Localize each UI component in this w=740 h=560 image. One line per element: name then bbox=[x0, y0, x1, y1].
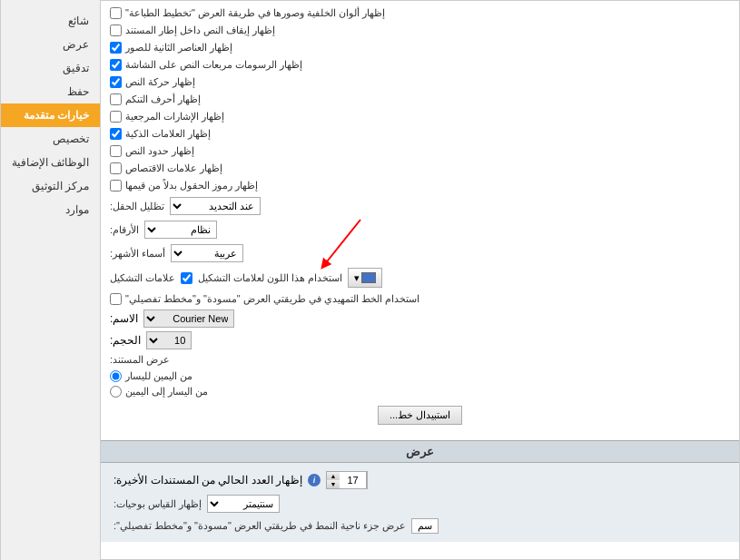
months-select[interactable]: عربية إنجليزية bbox=[171, 244, 243, 262]
display-header-text: عرض bbox=[406, 445, 434, 458]
checkbox-smart-tags-label: إظهار العلامات الذكية bbox=[125, 128, 211, 140]
show-area-label: عرض جزء ناحية النمط في طريقتي العرض "مسو… bbox=[113, 520, 406, 532]
sidebar-item-tadqeeq[interactable]: تدقيق bbox=[1, 56, 100, 80]
checkbox-row-field-codes: إظهار رموز الحقول بدلاً من قيمها bbox=[106, 177, 734, 194]
sidebar-item-shaee[interactable]: شائع bbox=[1, 9, 100, 33]
ltr-radio[interactable] bbox=[110, 386, 122, 398]
sidebar-item-tadqeeq-label: تدقيق bbox=[63, 62, 89, 74]
sidebar-item-khayarat[interactable]: خيارات متقدمة bbox=[1, 103, 100, 127]
measurement-select[interactable]: سنتيمتر بوصة ملم bbox=[207, 495, 280, 513]
months-row: عربية إنجليزية أسماء الأشهر: bbox=[106, 241, 734, 265]
draft-font-checkbox[interactable] bbox=[110, 293, 122, 305]
formatting-marks-checkbox[interactable] bbox=[181, 272, 192, 284]
checkbox-text-boundaries[interactable] bbox=[110, 145, 122, 157]
switch-font-row: استبيدال خط... bbox=[106, 403, 734, 427]
checkbox-row-reference-labels: إظهار الإشارات المرجعية bbox=[106, 108, 734, 125]
checkbox-reference-labels[interactable] bbox=[110, 111, 122, 123]
checkbox-row-bg-colors: إظهار ألوان الخلفية وصورها في طريقة العر… bbox=[106, 5, 734, 22]
spinner-up-button[interactable]: ▲ bbox=[327, 472, 340, 480]
checkbox-text-boundaries-label: إظهار حدود النص bbox=[125, 145, 194, 157]
draft-font-label: استخدام الخط التمهيدي في طريقتي العرض "م… bbox=[125, 293, 419, 305]
formatting-marks-label: استخدام هذا اللون لعلامات التشكيل bbox=[198, 272, 342, 284]
checkbox-bg-colors-label: إظهار ألوان الخلفية وصورها في طريقة العر… bbox=[125, 7, 385, 19]
checkbox-bg-colors[interactable] bbox=[110, 7, 122, 19]
dropdown-icon: ▾ bbox=[354, 272, 360, 284]
sidebar-item-mawarid[interactable]: موارد bbox=[1, 198, 100, 221]
measurement-row: سنتيمتر بوصة ملم إظهار القياس بوحيات: bbox=[110, 492, 730, 516]
recent-docs-label: إظهار العدد الحالي من المستندات الأخيرة: bbox=[113, 474, 302, 486]
checkbox-row-text-limits: إظهار إيقاف النص داخل إطار المستند bbox=[106, 22, 734, 39]
checkbox-row-cut-marks: إظهار علامات الاقتصاص bbox=[106, 160, 734, 177]
sidebar-item-khayarat-label: خيارات متقدمة bbox=[24, 109, 89, 122]
numbers-select[interactable]: نظام عربي هندي bbox=[144, 221, 217, 239]
recent-docs-row: ▲ ▼ i إظهار العدد الحالي من المستندات ال… bbox=[110, 468, 730, 492]
measurement-label: إظهار القياس بوحيات: bbox=[113, 498, 202, 510]
checkbox-row-text-boundaries: إظهار حدود النص bbox=[106, 142, 734, 160]
sidebar-item-takhsees[interactable]: تخصيص bbox=[1, 127, 100, 151]
numbers-row: نظام عربي هندي الأرقام: bbox=[106, 218, 734, 241]
font-size-label: الحجم: bbox=[110, 334, 141, 347]
checkbox-row-secondary-elements: إظهار العناصر الثانية للصور bbox=[106, 39, 734, 56]
spinner-down-button[interactable]: ▼ bbox=[327, 480, 340, 488]
checkbox-row-drawings: إظهار الرسومات مربعات النص على الشاشة bbox=[106, 56, 734, 74]
sidebar-item-wazaif[interactable]: الوظائف الإضافية bbox=[1, 151, 100, 174]
field-shading-select[interactable]: عند التحديد دائماً أبداً bbox=[170, 197, 261, 215]
document-view-label-row: عرض المستند: bbox=[106, 351, 734, 368]
sidebar-item-shaee-label: شائع bbox=[68, 15, 89, 27]
checkbox-row-crop-marks: إظهار أحرف التنكم bbox=[106, 91, 734, 108]
font-name-select[interactable]: Courier New Arial Times New Roman bbox=[143, 309, 234, 328]
font-size-row: 8 9 10 11 12 الحجم: bbox=[106, 329, 734, 351]
checkbox-field-codes[interactable] bbox=[110, 180, 122, 192]
rtl-label: من اليمين لليسار bbox=[125, 370, 192, 382]
advanced-section: إظهار ألوان الخلفية وصورها في طريقة العر… bbox=[101, 1, 739, 435]
numbers-label: الأرقام: bbox=[110, 224, 139, 236]
field-shading-label: تظليل الحقل: bbox=[110, 201, 164, 212]
rtl-radio-row: من اليمين لليسار bbox=[106, 368, 734, 384]
checkbox-row-text-movement: إظهار حركة النص bbox=[106, 74, 734, 91]
spinner-buttons: ▲ ▼ bbox=[327, 472, 340, 488]
recent-docs-input[interactable] bbox=[340, 472, 367, 488]
checkbox-field-codes-label: إظهار رموز الحقول بدلاً من قيمها bbox=[125, 180, 258, 192]
show-area-unit: سم bbox=[411, 518, 439, 534]
checkbox-crop-marks-label: إظهار أحرف التنكم bbox=[125, 93, 201, 105]
rtl-radio[interactable] bbox=[110, 370, 122, 382]
sidebar-item-markaz[interactable]: مركز التوثيق bbox=[1, 174, 100, 198]
sidebar-item-takhsees-label: تخصيص bbox=[53, 133, 89, 145]
checkbox-drawings[interactable] bbox=[110, 59, 122, 71]
show-area-row: سم عرض جزء ناحية النمط في طريقتي العرض "… bbox=[110, 516, 730, 536]
checkbox-text-limits-label: إظهار إيقاف النص داخل إطار المستند bbox=[125, 25, 275, 36]
checkbox-text-limits[interactable] bbox=[110, 25, 122, 36]
checkbox-smart-tags[interactable] bbox=[110, 128, 122, 140]
sidebar-item-wazaif-label: الوظائف الإضافية bbox=[12, 156, 89, 169]
formatting-marks-row: ▾ استخدام هذا اللون لعلامات التشكيل علام… bbox=[106, 265, 734, 290]
formatting-color-button[interactable]: ▾ bbox=[348, 268, 382, 288]
recent-docs-spinner: ▲ ▼ bbox=[326, 471, 368, 489]
switch-font-button[interactable]: استبيدال خط... bbox=[378, 406, 462, 425]
checkbox-crop-marks[interactable] bbox=[110, 93, 122, 105]
formatting-marks-main-label: علامات التشكيل bbox=[110, 272, 175, 284]
checkbox-text-movement-label: إظهار حركة النص bbox=[125, 76, 195, 88]
checkbox-text-movement[interactable] bbox=[110, 76, 122, 88]
display-section: ▲ ▼ i إظهار العدد الحالي من المستندات ال… bbox=[101, 463, 739, 542]
font-name-label: الاسم: bbox=[110, 312, 138, 325]
draft-font-row: استخدام الخط التمهيدي في طريقتي العرض "م… bbox=[106, 290, 734, 308]
sidebar-item-markaz-label: مركز التوثيق bbox=[32, 180, 89, 192]
font-size-select[interactable]: 8 9 10 11 12 bbox=[146, 331, 192, 349]
ltr-label: من اليسار إلى اليمين bbox=[125, 386, 208, 398]
checkbox-reference-labels-label: إظهار الإشارات المرجعية bbox=[125, 111, 224, 123]
field-shading-row: عند التحديد دائماً أبداً تظليل الحقل: bbox=[106, 194, 734, 218]
sidebar-item-hifz-label: حفظ bbox=[67, 85, 89, 98]
color-swatch bbox=[361, 272, 376, 283]
content-panel: إظهار ألوان الخلفية وصورها في طريقة العر… bbox=[100, 0, 740, 560]
checkbox-secondary-elements[interactable] bbox=[110, 42, 122, 54]
sidebar-item-ard[interactable]: عرض bbox=[1, 33, 100, 56]
checkbox-secondary-elements-label: إظهار العناصر الثانية للصور bbox=[125, 42, 232, 54]
main-container: إظهار ألوان الخلفية وصورها في طريقة العر… bbox=[0, 0, 740, 560]
checkbox-drawings-label: إظهار الرسومات مربعات النص على الشاشة bbox=[125, 59, 302, 71]
sidebar-item-hifz[interactable]: حفظ bbox=[1, 80, 100, 103]
checkbox-cut-marks[interactable] bbox=[110, 162, 122, 174]
checkbox-row-smart-tags: إظهار العلامات الذكية bbox=[106, 125, 734, 142]
ltr-radio-row: من اليسار إلى اليمين bbox=[106, 384, 734, 399]
recent-docs-info-icon[interactable]: i bbox=[308, 474, 321, 486]
document-view-label: عرض المستند: bbox=[110, 354, 170, 366]
